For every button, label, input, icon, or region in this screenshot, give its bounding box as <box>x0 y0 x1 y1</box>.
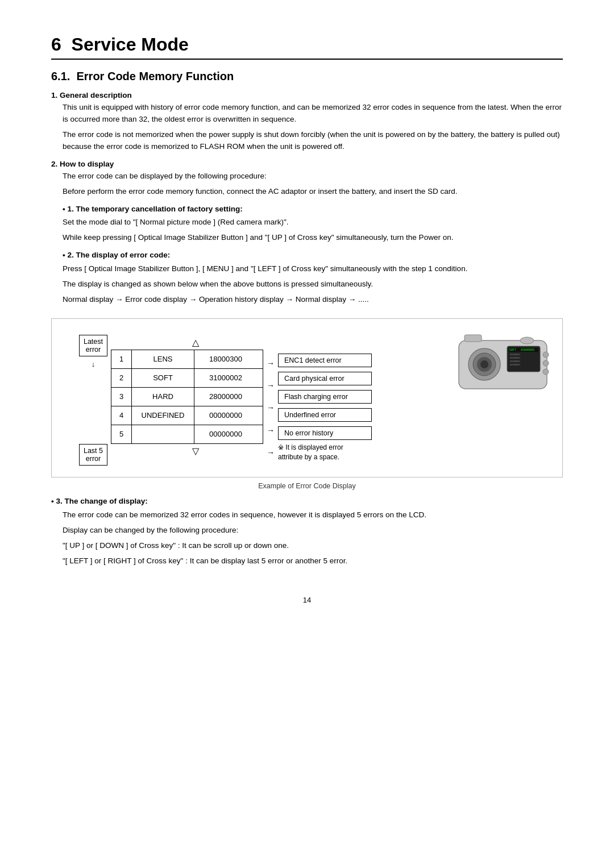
cell-code-5: 00000000 <box>194 425 257 443</box>
latest-error-label: Latest error <box>79 335 107 356</box>
svg-point-19 <box>520 337 534 344</box>
change-line-0: The error code can be memorized 32 error… <box>63 509 563 521</box>
arrow-1: → <box>267 359 275 368</box>
svg-point-15 <box>543 352 549 358</box>
svg-text:00000000: 00000000 <box>510 353 521 356</box>
bullet2-line3: Normal display → Error code display → Op… <box>63 294 563 306</box>
change-line-1: Display can be changed by the following … <box>63 525 563 537</box>
up-arrow-icon: △ <box>192 337 199 348</box>
how-to-display-intro: The error code can be displayed by the f… <box>63 171 563 182</box>
change-line-2: "[ UP ] or [ DOWN ] of Cross key" : It c… <box>63 540 563 552</box>
cell-attr-3: HARD <box>132 388 194 406</box>
table-row: 5 00000000 <box>111 425 263 443</box>
error-label-2: Card physical error <box>278 372 372 385</box>
how-to-display-section: 2. How to display The error code can be … <box>51 160 563 306</box>
table-row: 3 HARD 28000000 <box>111 388 263 406</box>
cell-code-4: 00000000 <box>194 406 257 425</box>
svg-text:00000000: 00000000 <box>510 360 521 363</box>
up-arrow-row: △ <box>131 337 260 348</box>
section-title: 6.1. Error Code Memory Function <box>51 70 563 83</box>
cell-code-2: 31000002 <box>194 369 257 387</box>
camera-illustration: SOFT 00000000 00000000 00000000 00000000… <box>453 329 550 394</box>
bullet2-title: • 2. The display of error code: <box>63 250 563 261</box>
table-row: 2 SOFT 31000002 <box>111 369 263 388</box>
bullet2-line2: The display is changed as shown below wh… <box>63 279 563 290</box>
bullet1-title: • 1. The temporary cancellation of facto… <box>63 203 563 215</box>
error-label-5-group: No error history ※ It is displayed error… <box>278 426 372 462</box>
cell-attr-2: SOFT <box>132 369 194 387</box>
svg-text:00000000: 00000000 <box>510 363 521 366</box>
svg-point-17 <box>543 369 549 375</box>
chapter-title: 6 Service Mode <box>51 34 563 60</box>
right-error-labels: ENC1 detect error Card physical error Fl… <box>278 352 372 464</box>
general-description-section: 1. General description This unit is equi… <box>51 91 563 153</box>
how-to-display-title: 2. How to display <box>51 160 563 168</box>
page-number: 14 <box>51 596 563 604</box>
arrow-5: → <box>267 448 275 457</box>
change-of-display-title: • 3. The change of display: <box>51 496 563 508</box>
general-description-title: 1. General description <box>51 91 563 99</box>
svg-rect-18 <box>464 335 482 342</box>
error-table: 1 LENS 18000300 2 SOFT 31000002 3 HARD 2… <box>111 350 263 444</box>
svg-text:A5600005: A5600005 <box>521 348 534 351</box>
svg-text:SOFT: SOFT <box>509 348 516 351</box>
bullet2-line1: Press [ Optical Image Stabilizer Button … <box>63 263 563 275</box>
diagram-center: △ 1 LENS 18000300 2 SOFT 31000002 3 <box>111 335 263 456</box>
svg-point-4 <box>480 360 488 368</box>
down-arrow-row: ▽ <box>131 446 260 456</box>
general-desc-p2: The error code is not memorized when the… <box>63 129 563 153</box>
error-label-3: Flash charging error <box>278 390 372 404</box>
table-row: 1 LENS 18000300 <box>111 350 263 369</box>
diagram-caption: Example of Error Code Display <box>51 482 563 490</box>
left-labels: Latest error ↓ Last 5 error <box>63 335 107 466</box>
how-to-display-before: Before perform the error code memory fun… <box>63 186 563 198</box>
cell-num-3: 3 <box>111 388 132 406</box>
cell-num-1: 1 <box>111 350 132 368</box>
arrow-4: → <box>267 426 275 435</box>
cell-num-4: 4 <box>111 406 132 425</box>
general-desc-p1: This unit is equipped with history of er… <box>63 102 563 126</box>
cell-code-1: 18000300 <box>194 350 257 368</box>
error-note: ※ It is displayed error attribute by a s… <box>278 443 372 462</box>
bullet1-line2: While keep pressing [ Optical Image Stab… <box>63 232 563 244</box>
error-label-4: Underfined error <box>278 408 372 422</box>
change-line-3: "[ LEFT ] or [ RIGHT ] of Cross key" : I… <box>63 555 563 567</box>
last5-error-label: Last 5 error <box>79 444 107 466</box>
diagram-container: SOFT 00000000 00000000 00000000 00000000… <box>51 318 563 477</box>
table-row: 4 UNDEFINED 00000000 <box>111 406 263 425</box>
cell-attr-5 <box>132 425 194 443</box>
svg-text:00000000: 00000000 <box>510 356 521 359</box>
bullet1-line1: Set the mode dial to "[ Normal picture m… <box>63 217 563 229</box>
error-label-5: No error history <box>278 426 372 440</box>
arrow-2: → <box>267 381 275 390</box>
error-label-1: ENC1 detect error <box>278 354 372 367</box>
left-down-arrow: ↓ <box>92 360 96 368</box>
cell-attr-4: UNDEFINED <box>132 406 194 425</box>
svg-point-16 <box>543 360 549 366</box>
down-arrow-icon: ▽ <box>192 446 199 456</box>
arrow-connectors: → → → → → <box>267 352 275 464</box>
cell-code-3: 28000000 <box>194 388 257 406</box>
change-of-display-section: • 3. The change of display: The error co… <box>51 496 563 567</box>
cell-attr-1: LENS <box>132 350 194 368</box>
cell-num-2: 2 <box>111 369 132 387</box>
cell-num-5: 5 <box>111 425 132 443</box>
arrow-3: → <box>267 403 275 412</box>
